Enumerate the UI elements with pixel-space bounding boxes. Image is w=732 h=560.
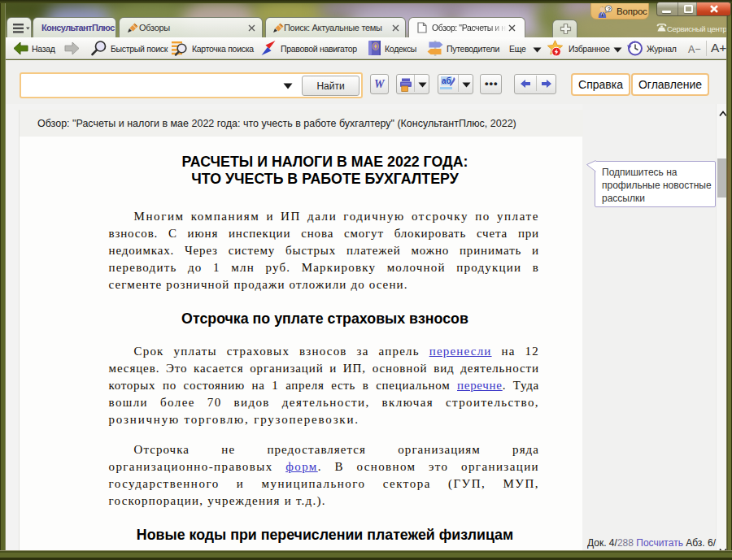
- svg-text:?: ?: [607, 6, 611, 13]
